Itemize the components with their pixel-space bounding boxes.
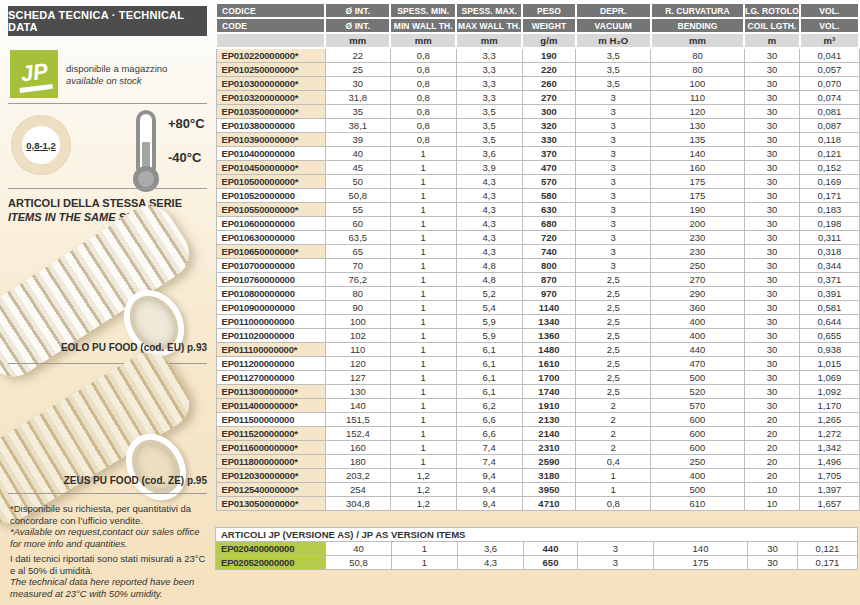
cell-value: 30: [744, 203, 800, 217]
cell-value: 440: [524, 542, 578, 556]
cell-value: 0,581: [800, 301, 859, 315]
cell-value: 260: [522, 77, 576, 91]
cell-value: 320: [522, 119, 576, 133]
cell-value: 30: [744, 315, 800, 329]
header-cell: [216, 33, 325, 48]
cell-value: 30: [744, 105, 800, 119]
cell-value: 30: [744, 301, 800, 315]
cell-code: EP011200000000: [216, 357, 325, 371]
cell-value: 1: [390, 273, 456, 287]
cell-value: 1,170: [800, 399, 859, 413]
cell-value: 6,1: [456, 385, 522, 399]
cell-code: EP010550000000*: [216, 203, 325, 217]
cell-value: 200: [651, 217, 744, 231]
cell-value: 0,8: [390, 133, 456, 147]
cell-value: 0,171: [800, 189, 859, 203]
cell-code: EP010700000000: [216, 259, 325, 273]
cell-value: 35: [325, 105, 390, 119]
cell-value: 0,644: [800, 315, 859, 329]
cell-value: 400: [651, 469, 744, 483]
cell-code: EP011300000000*: [216, 385, 325, 399]
header-cell: m: [744, 33, 800, 48]
cell-code: EP011020000000: [216, 329, 325, 343]
cell-value: 2,5: [576, 371, 651, 385]
cell-value: 7,4: [456, 455, 522, 469]
cell-value: 500: [651, 371, 744, 385]
cell-value: 1: [390, 315, 456, 329]
cell-value: 2: [576, 399, 651, 413]
table-row: EP012540000000*2541,29,439501500101,397: [216, 483, 859, 497]
cell-value: 230: [651, 245, 744, 259]
cell-value: 1340: [522, 315, 576, 329]
availability-en: available on stock: [66, 75, 167, 87]
cell-code: EP010600000000: [216, 217, 325, 231]
cell-value: 1910: [522, 399, 576, 413]
cell-value: 0,169: [800, 175, 859, 189]
cell-value: 1: [390, 385, 456, 399]
table-row: EP011100000000*11016,114802,5440300,938: [216, 343, 859, 357]
cell-value: 0,081: [800, 105, 859, 119]
availability-it: disponibile a magazzino: [66, 63, 167, 75]
cell-code: EP010900000000: [216, 301, 325, 315]
header-cell: mm: [390, 33, 456, 48]
table-row: EP011500000000151,516,621302600201,265: [216, 413, 859, 427]
cell-value: 1: [390, 217, 456, 231]
footnote-availability: *Disponibile su richiesta, per quantitat…: [10, 503, 212, 549]
header-cell: SPESS. MAX.: [456, 3, 522, 18]
cell-code: EP010650000000*: [216, 245, 325, 259]
cell-value: 63,5: [325, 231, 390, 245]
cell-value: 30: [744, 399, 800, 413]
cell-value: 1480: [522, 343, 576, 357]
cell-value: 2: [576, 427, 651, 441]
cell-value: 5,2: [456, 287, 522, 301]
related-item-caption: ZEUS PU FOOD (cod. ZE) p.95: [8, 475, 207, 486]
cell-value: 30: [744, 357, 800, 371]
table-row: EP010450000000*4513,94703160300,152: [216, 161, 859, 175]
table-row: EP010550000000*5514,36303190300,183: [216, 203, 859, 217]
wall-thickness-icon: 0,8-1,2: [12, 116, 70, 174]
header-cell: m³: [800, 33, 859, 48]
header-cell: CODICE: [216, 3, 325, 18]
cell-value: 1,2: [390, 469, 456, 483]
cell-code: EP011000000000: [216, 315, 325, 329]
cell-value: 0,311: [800, 231, 859, 245]
cell-value: 1: [390, 357, 456, 371]
header-row-units: mmmmmmg/mm H₂Ommmm³: [216, 33, 859, 48]
cell-value: 2,5: [576, 357, 651, 371]
cell-value: 100: [651, 77, 744, 91]
cell-value: 1: [390, 301, 456, 315]
cell-value: 30: [744, 189, 800, 203]
cell-value: 600: [651, 441, 744, 455]
cell-value: 70: [325, 259, 390, 273]
cell-value: 0,8: [390, 48, 456, 63]
cell-value: 5,4: [456, 301, 522, 315]
temperature-min: -40°C: [168, 150, 201, 165]
jp-logo-text: JP: [16, 56, 53, 93]
cell-value: 0,074: [800, 91, 859, 105]
cell-value: 1: [390, 245, 456, 259]
cell-value: 0,8: [390, 119, 456, 133]
cell-value: 2,5: [576, 343, 651, 357]
cell-value: 0,041: [800, 48, 859, 63]
cell-value: 3: [576, 119, 651, 133]
cell-value: 190: [651, 203, 744, 217]
cell-value: 1: [390, 427, 456, 441]
cell-value: 2,5: [576, 315, 651, 329]
cell-value: 76,2: [325, 273, 390, 287]
cell-code: EP011520000000*: [216, 427, 325, 441]
cell-value: 120: [325, 357, 390, 371]
cell-value: 0,4: [576, 455, 651, 469]
page-title: SCHEDA TECNICA · TECHNICAL DATA: [8, 6, 207, 36]
cell-value: 3: [578, 556, 654, 570]
cell-code: EP010350000000*: [216, 105, 325, 119]
header-cell: MAX WALL TH.: [456, 18, 522, 33]
cell-value: 22: [325, 48, 390, 63]
cell-value: 3: [576, 259, 651, 273]
cell-value: 4,3: [456, 231, 522, 245]
cell-value: 630: [522, 203, 576, 217]
cell-value: 30: [744, 48, 800, 63]
cell-code: EP011100000000*: [216, 343, 325, 357]
cell-value: 230: [651, 231, 744, 245]
cell-value: 3,5: [456, 105, 522, 119]
cell-value: 60: [325, 217, 390, 231]
